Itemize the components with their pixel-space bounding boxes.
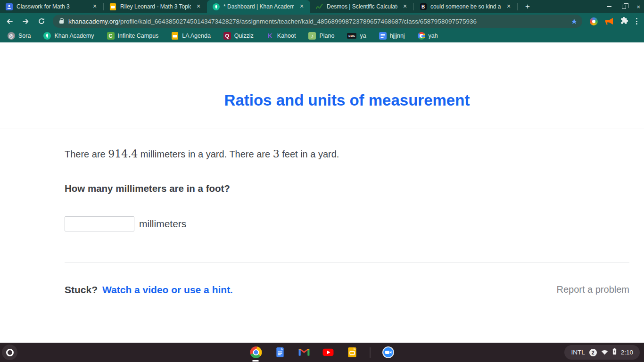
tab-brainly[interactable]: B could someone be so kind and h ×	[414, 0, 517, 13]
shelf-app-google-docs[interactable]	[274, 346, 286, 359]
shelf-app-youtube[interactable]	[322, 346, 334, 359]
blue-doc-icon	[379, 32, 387, 40]
launcher-circle-icon	[6, 349, 14, 356]
bookmark-yah[interactable]: yah	[418, 32, 438, 40]
google-classroom-icon	[6, 3, 13, 10]
extension-reader-icon[interactable]	[605, 18, 613, 25]
answer-input[interactable]	[65, 216, 134, 231]
url-text[interactable]: khanacademy.org/profile/kaid_66438502745…	[68, 18, 567, 25]
bookmark-khan-academy[interactable]: Khan Academy	[43, 32, 94, 40]
sora-icon: ◎	[8, 32, 15, 40]
launcher-button[interactable]	[2, 345, 17, 360]
tab-title: * Dashboard | Khan Academy	[223, 3, 294, 10]
youtube-icon	[322, 346, 334, 358]
gmail-icon	[298, 348, 310, 357]
bookmark-kahoot[interactable]: K Kahoot	[266, 32, 296, 40]
bookmark-quizziz[interactable]: Q Quizziz	[223, 32, 254, 40]
content-divider	[65, 263, 629, 263]
tab-close-icon[interactable]: ×	[91, 3, 99, 10]
report-problem-link[interactable]: Report a problem	[556, 284, 629, 295]
google-slides-icon	[171, 32, 179, 40]
chromeos-shelf: INTL 2 2:10	[0, 343, 644, 362]
bbc-icon: BBC	[347, 33, 356, 39]
bookmarks-bar: ◎ Sora Khan Academy C Infinite Campus LA…	[0, 29, 644, 42]
back-button[interactable]	[3, 15, 16, 28]
window-close-button[interactable]: ×	[636, 3, 640, 10]
math-value-914-4: 914.4	[108, 148, 138, 160]
shelf-app-gmail[interactable]	[298, 346, 310, 359]
shelf-separator	[370, 347, 371, 358]
google-docs-icon	[274, 347, 285, 358]
stuck-row: Stuck? Watch a video or use a hint.	[65, 284, 233, 296]
status-tray[interactable]: INTL 2 2:10	[564, 345, 640, 360]
answer-unit-label: millimeters	[139, 218, 186, 230]
tab-classwork[interactable]: Classwork for Math 3 ×	[0, 0, 103, 13]
brainly-icon: B	[420, 3, 427, 10]
shelf-app-chrome[interactable]	[250, 346, 262, 359]
answer-row: millimeters	[65, 216, 186, 231]
khan-academy-icon	[43, 32, 51, 40]
bookmark-infinite-campus[interactable]: C Infinite Campus	[107, 32, 159, 40]
notification-badge: 2	[589, 349, 597, 356]
tab-title: could someone be so kind and h	[430, 3, 501, 10]
window-minimize-button[interactable]	[607, 6, 611, 7]
reload-button[interactable]	[35, 15, 48, 28]
tab-riley-leonard[interactable]: Riley Leonard - Math 3 Topic 5 - C ×	[104, 0, 207, 13]
tab-desmos[interactable]: Desmos | Scientific Calculator ×	[310, 0, 413, 13]
shelf-apps	[250, 343, 395, 362]
google-slides-icon	[347, 347, 357, 358]
bookmark-la-agenda[interactable]: LA Agenda	[171, 32, 210, 40]
google-slides-icon	[109, 3, 116, 10]
tab-separator	[517, 3, 518, 10]
page-title: Ratios and units of measurement	[50, 91, 644, 109]
problem-statement: There are 914.4 millimeters in a yard. T…	[65, 148, 339, 160]
tab-close-icon[interactable]: ×	[505, 3, 512, 10]
bookmark-star-icon[interactable]: ★	[571, 17, 578, 26]
quizizz-icon: Q	[223, 32, 231, 40]
extensions-puzzle-icon[interactable]	[620, 16, 628, 26]
desmos-icon	[316, 3, 323, 10]
wifi-icon	[601, 348, 608, 357]
piano-icon: ♪	[308, 32, 316, 40]
extension-speedtest-icon[interactable]	[590, 17, 598, 25]
bookmark-hjjjnnj[interactable]: hjjjnnj	[379, 32, 405, 40]
kahoot-icon: K	[266, 32, 274, 40]
chrome-icon	[250, 346, 262, 358]
tab-close-icon[interactable]: ×	[195, 3, 202, 10]
tab-title: Classwork for Math 3	[17, 3, 87, 10]
url-domain: khanacademy.org	[68, 18, 118, 25]
infinite-campus-icon: C	[107, 32, 115, 40]
keyboard-layout-label: INTL	[571, 349, 585, 356]
tab-close-icon[interactable]: ×	[401, 3, 409, 10]
khan-exercise-page: Ratios and units of measurement There ar…	[0, 42, 644, 343]
tab-title: Desmos | Scientific Calculator	[327, 3, 397, 10]
browser-toolbar: khanacademy.org/profile/kaid_66438502745…	[0, 13, 644, 29]
math-value-3: 3	[273, 148, 280, 160]
bookmark-ya[interactable]: BBC ya	[347, 33, 366, 39]
tab-khan-dashboard-active[interactable]: * Dashboard | Khan Academy ×	[207, 0, 310, 13]
question-text: How many millimeters are in a foot?	[65, 183, 230, 194]
battery-charging-icon	[612, 348, 617, 357]
tab-title: Riley Leonard - Math 3 Topic 5 - C	[120, 3, 191, 10]
chrome-active-indicator	[253, 360, 259, 362]
khan-academy-icon	[213, 3, 220, 10]
address-bar[interactable]: khanacademy.org/profile/kaid_66438502745…	[53, 15, 582, 28]
browser-menu-icon[interactable]	[636, 18, 637, 25]
forward-button[interactable]	[19, 15, 32, 28]
ssl-lock-icon[interactable]	[59, 20, 64, 24]
tab-close-icon[interactable]: ×	[298, 3, 305, 10]
stuck-label: Stuck?	[65, 284, 98, 296]
new-tab-button[interactable]: +	[521, 0, 534, 13]
google-g-icon	[418, 32, 425, 40]
url-path: /profile/kaid_664385027450143473428278/a…	[118, 18, 477, 25]
window-restore-button[interactable]	[622, 5, 626, 9]
browser-tab-bar: Classwork for Math 3 × Riley Leonard - M…	[0, 0, 644, 13]
bookmark-piano[interactable]: ♪ Piano	[308, 32, 334, 40]
bookmark-sora[interactable]: ◎ Sora	[8, 32, 31, 40]
shelf-app-google-slides[interactable]	[346, 346, 358, 359]
video-camera-icon	[382, 346, 395, 359]
clock-label: 2:10	[621, 349, 633, 356]
header-divider	[0, 129, 644, 129]
hint-video-link[interactable]: Watch a video or use a hint.	[102, 284, 233, 296]
shelf-app-zoom-meet[interactable]	[382, 346, 395, 359]
